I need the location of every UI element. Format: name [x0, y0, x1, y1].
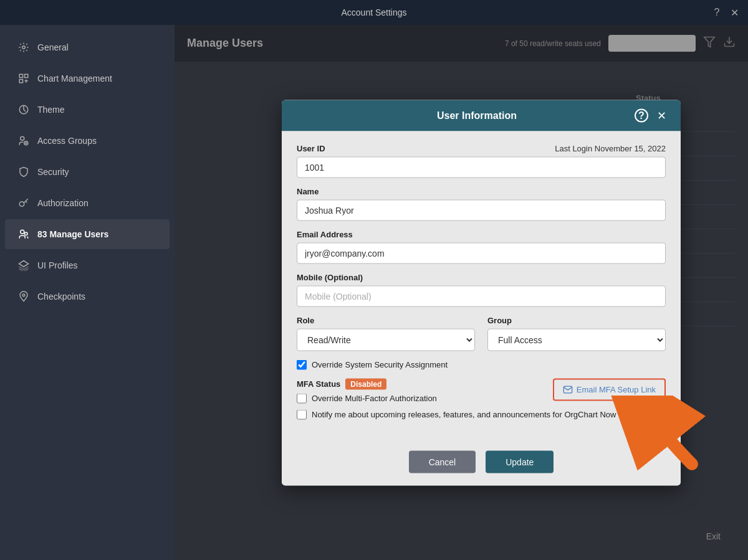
email-label: Email Address [297, 229, 353, 239]
dialog-help-button[interactable]: ? [635, 108, 648, 122]
dialog-header: User Information ? ✕ [282, 100, 681, 131]
title-bar: Account Settings ? ✕ [0, 0, 748, 25]
user-id-input[interactable] [297, 156, 666, 178]
sidebar-item-ui-profiles[interactable]: UI Profiles [5, 250, 170, 280]
user-id-row: User ID Last Login November 15, 2022 [297, 143, 666, 178]
dialog-header-controls: ? ✕ [635, 108, 668, 122]
mfa-section: MFA Status Disabled Override Multi-Facto… [297, 378, 666, 403]
email-row: Email Address [297, 229, 666, 263]
svg-point-7 [19, 202, 24, 207]
override-mfa-label: Override Multi-Factor Authorization [312, 394, 437, 403]
help-button[interactable]: ? [711, 6, 723, 19]
group-select[interactable]: Full Access Limited Access No Access [487, 328, 666, 351]
mobile-row: Mobile (Optional) [297, 272, 666, 306]
name-row: Name [297, 186, 666, 221]
main-layout: General Chart Management The [0, 25, 748, 560]
mfa-status-row: MFA Status Disabled [297, 378, 437, 389]
layers-icon [17, 259, 30, 272]
dialog-title: User Information [319, 110, 635, 121]
access-groups-icon [17, 135, 30, 147]
email-mfa-button[interactable]: Email MFA Setup Link [553, 378, 666, 401]
sidebar-item-chart-management[interactable]: Chart Management [5, 64, 170, 93]
email-mfa-btn-label: Email MFA Setup Link [577, 385, 656, 394]
sidebar-item-security[interactable]: Security [5, 157, 170, 187]
group-label: Group [487, 315, 666, 325]
override-security-row: Override System Security Assignment [297, 359, 666, 369]
user-id-label: User ID [297, 143, 325, 153]
shield-icon [17, 166, 30, 178]
mobile-label: Mobile (Optional) [297, 272, 363, 282]
dialog-body: User ID Last Login November 15, 2022 Nam… [282, 131, 681, 440]
override-security-checkbox[interactable] [297, 359, 307, 369]
name-header: Name [297, 186, 666, 196]
mfa-status-badge: Disabled [345, 378, 386, 389]
sidebar-item-access-groups[interactable]: Access Groups [5, 126, 170, 156]
notify-label: Notify me about upcoming releases, featu… [312, 410, 616, 419]
title-bar-controls: ? ✕ [711, 6, 741, 19]
user-information-dialog: User Information ? ✕ User ID Last Login … [282, 100, 681, 485]
sidebar-label-access-groups: Access Groups [37, 136, 97, 146]
sidebar-item-authorization[interactable]: Authorization [5, 188, 170, 218]
notify-row: Notify me about upcoming releases, featu… [297, 409, 666, 419]
sidebar-label-ui-profiles: UI Profiles [37, 260, 78, 270]
svg-marker-10 [19, 261, 29, 267]
svg-rect-3 [19, 80, 22, 83]
sidebar-label-manage-users: 83 Manage Users [37, 229, 108, 239]
role-select[interactable]: Read/Write Read Only Admin [297, 328, 475, 351]
cancel-button[interactable]: Cancel [409, 450, 476, 473]
user-id-header: User ID Last Login November 15, 2022 [297, 143, 666, 153]
sidebar-label-checkpoints: Checkpoints [37, 292, 85, 301]
sidebar-label-security: Security [37, 167, 69, 177]
app-title: Account Settings [341, 7, 406, 17]
notify-checkbox[interactable] [297, 409, 307, 419]
close-button[interactable]: ✕ [728, 6, 741, 19]
dialog-footer: Cancel Update [282, 440, 681, 485]
override-mfa-row: Override Multi-Factor Authorization [297, 393, 437, 403]
chart-icon [17, 72, 30, 85]
content-area: Manage Users 7 of 50 read/write seats us… [175, 25, 748, 560]
sidebar-item-manage-users[interactable]: 83 Manage Users [5, 219, 170, 249]
email-input[interactable] [297, 242, 666, 263]
svg-point-9 [25, 232, 28, 235]
update-button[interactable]: Update [486, 450, 554, 473]
dialog-close-button[interactable]: ✕ [654, 108, 668, 122]
email-header: Email Address [297, 229, 666, 239]
location-icon [17, 290, 30, 303]
sidebar: General Chart Management The [0, 25, 175, 560]
svg-point-8 [21, 230, 24, 234]
name-input[interactable] [297, 199, 666, 221]
email-icon [563, 384, 573, 394]
sidebar-label-general: General [37, 42, 69, 52]
mobile-input[interactable] [297, 285, 666, 306]
override-mfa-checkbox[interactable] [297, 393, 307, 403]
theme-icon [17, 103, 30, 116]
last-login: Last Login November 15, 2022 [555, 143, 666, 153]
key-icon [17, 197, 30, 209]
mfa-left: MFA Status Disabled Override Multi-Facto… [297, 378, 437, 403]
role-label: Role [297, 315, 475, 325]
svg-point-5 [21, 136, 24, 140]
override-security-label: Override System Security Assignment [312, 360, 448, 369]
sidebar-item-checkpoints[interactable]: Checkpoints [5, 282, 170, 311]
svg-rect-2 [25, 74, 28, 77]
svg-rect-1 [19, 74, 22, 77]
role-col: Role Read/Write Read Only Admin [297, 315, 475, 351]
users-icon [17, 228, 30, 240]
name-label: Name [297, 186, 319, 196]
sidebar-label-theme: Theme [37, 105, 65, 115]
svg-point-0 [22, 46, 26, 49]
mobile-header: Mobile (Optional) [297, 272, 666, 282]
sidebar-item-general[interactable]: General [5, 32, 170, 62]
svg-point-11 [22, 294, 25, 297]
mfa-status-label: MFA Status [297, 379, 340, 389]
role-group-row: Role Read/Write Read Only Admin Group Fu… [297, 315, 666, 351]
sidebar-item-theme[interactable]: Theme [5, 95, 170, 125]
sidebar-label-chart-management: Chart Management [37, 74, 112, 83]
group-col: Group Full Access Limited Access No Acce… [487, 315, 666, 351]
sidebar-label-authorization: Authorization [37, 198, 89, 208]
gear-icon [17, 41, 30, 54]
